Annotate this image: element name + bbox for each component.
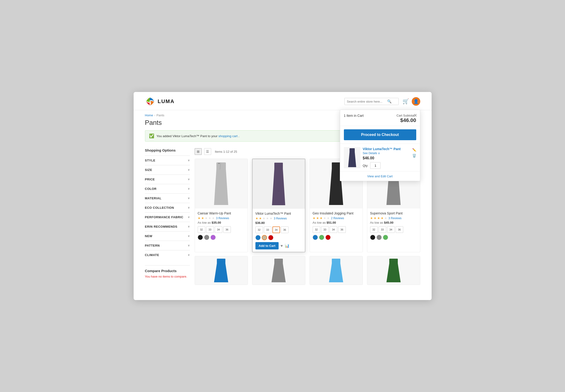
size-36-1[interactable]: 36 [223, 226, 231, 233]
cart-item-price: $46.00 [363, 156, 410, 160]
reviews-2[interactable]: 3 Reviews [274, 217, 287, 220]
filter-pattern[interactable]: PATTERN ∨ [145, 241, 190, 250]
product-card-7[interactable] [310, 256, 363, 285]
swatch-khaki-2[interactable] [262, 235, 267, 240]
filter-climate[interactable]: CLIMATE ∨ [145, 250, 190, 260]
swatch-blue-2[interactable] [255, 235, 261, 240]
swatch-red-3[interactable] [325, 235, 331, 240]
size-32-3[interactable]: 32 [313, 226, 320, 233]
search-button[interactable]: 🔍 [387, 99, 392, 104]
success-message: You added Viktor LumaTech™ Pant to your … [156, 134, 240, 138]
swatch-black-1[interactable] [198, 235, 203, 240]
size-36-4[interactable]: 36 [396, 226, 403, 233]
grid-view-button[interactable]: ⊞ [195, 148, 202, 155]
size-34-3[interactable]: 34 [330, 226, 337, 233]
color-swatches-3 [313, 235, 360, 240]
swatch-purple-1[interactable] [211, 235, 216, 240]
size-36-3[interactable]: 36 [338, 226, 346, 233]
header: LUMA 🔍 🛒 👤 [134, 92, 432, 110]
product-image-7 [310, 256, 363, 285]
success-icon: ✅ [149, 133, 154, 139]
size-33-3[interactable]: 33 [321, 226, 329, 233]
filter-material[interactable]: MATERIAL ∨ [145, 193, 190, 203]
reviews-4[interactable]: 3 Reviews [389, 217, 402, 220]
size-32-2[interactable]: 32 [255, 226, 263, 233]
filter-performance[interactable]: PERFORMANCE FABRIC ∨ [145, 212, 190, 222]
stars-4: ★ ★ ★ ★ ★ 3 Reviews [370, 216, 417, 220]
swatch-gray-1[interactable] [204, 235, 209, 240]
filter-eco[interactable]: ECO COLLECTION ∨ [145, 203, 190, 212]
product-card-1[interactable]: Caesar Warm-Up Pant ★ ★ ★ ★ ★ 3 Reviews … [195, 159, 248, 252]
svg-rect-1 [216, 162, 226, 169]
cart-button[interactable]: 🛒 [403, 98, 409, 104]
size-34-2[interactable]: 34 [272, 226, 280, 233]
filter-style[interactable]: STYLE ∨ [145, 155, 190, 165]
reviews-1[interactable]: 3 Reviews [216, 217, 229, 220]
product-image-2 [253, 159, 305, 209]
view-edit-cart-anchor[interactable]: View and Edit Cart [367, 174, 393, 178]
swatch-blue-3[interactable] [313, 235, 318, 240]
swatch-green-4[interactable] [383, 235, 388, 240]
size-32-4[interactable]: 32 [370, 226, 378, 233]
size-33-1[interactable]: 33 [206, 226, 214, 233]
breadcrumb-home[interactable]: Home [145, 113, 153, 117]
swatch-green-3[interactable] [319, 235, 324, 240]
breadcrumb-current: Pants [156, 113, 164, 117]
size-33-2[interactable]: 33 [264, 226, 271, 233]
cart-link[interactable]: shopping cart [218, 134, 238, 138]
cart-subtotal: $46.00 [396, 117, 416, 123]
delete-cart-item-button[interactable]: 🗑️ [412, 154, 416, 157]
size-33-4[interactable]: 33 [379, 226, 386, 233]
edit-cart-item-button[interactable]: ✏️ [412, 148, 416, 152]
chevron-down-icon: ∨ [188, 225, 190, 228]
search-input[interactable] [347, 100, 387, 103]
size-36-2[interactable]: 36 [281, 226, 289, 233]
filter-erin[interactable]: ERIN RECOMMENDS ∨ [145, 222, 190, 231]
swatch-gray-4[interactable] [377, 235, 382, 240]
wishlist-button-2[interactable]: ♥ [281, 244, 283, 248]
price-3: As low as $51.00 [313, 221, 360, 224]
svg-rect-3 [218, 163, 220, 164]
svg-rect-8 [274, 259, 283, 264]
list-view-button[interactable]: ☰ [204, 148, 211, 155]
chevron-down-icon: ∨ [188, 178, 190, 181]
close-cart-button[interactable]: ✕ [414, 113, 417, 118]
product-image-5 [195, 256, 248, 285]
cart-header: 1 Item in Cart Cart Subtotal : $46.00 ✕ [340, 110, 420, 126]
swatch-black-4[interactable] [370, 235, 375, 240]
view-edit-cart-link[interactable]: View and Edit Cart [340, 171, 420, 181]
size-34-4[interactable]: 34 [387, 226, 395, 233]
chevron-down-icon: ∨ [188, 206, 190, 209]
filter-size[interactable]: SIZE ∨ [145, 165, 190, 174]
filter-color[interactable]: COLOR ∨ [145, 184, 190, 193]
product-card-6[interactable] [252, 256, 305, 285]
product-card-5[interactable] [195, 256, 248, 285]
filter-price[interactable]: PRICE ∨ [145, 174, 190, 184]
cart-item-image [344, 147, 360, 168]
qty-input[interactable] [370, 162, 381, 169]
see-details-link[interactable]: See Details ∨ [363, 152, 410, 155]
reviews-3[interactable]: 2 Reviews [331, 217, 344, 220]
add-to-cart-button-2[interactable]: Add to Cart [255, 242, 279, 250]
search-bar[interactable]: 🔍 [344, 98, 399, 105]
checkout-button[interactable]: Proceed to Checkout [344, 129, 416, 140]
size-32-1[interactable]: 32 [198, 226, 205, 233]
product-name-4: Supernova Sport Pant [370, 211, 417, 215]
stars-1: ★ ★ ★ ★ ★ 3 Reviews [198, 216, 245, 220]
cart-dropdown: 1 Item in Cart Cart Subtotal : $46.00 ✕ … [340, 110, 420, 181]
cart-item-details: Viktor LumaTech™ Pant See Details ∨ $46.… [363, 147, 410, 169]
chevron-down-icon: ∨ [378, 152, 380, 155]
swatch-red-2[interactable] [268, 235, 273, 240]
cart-item-name[interactable]: Viktor LumaTech™ Pant [363, 147, 410, 151]
compare-button-2[interactable]: 📊 [285, 243, 289, 248]
product-grid-bottom [195, 256, 420, 285]
pants-silhouette-8 [384, 259, 403, 282]
product-card-2[interactable]: Viktor LumaTech™ Pant ★ ★ ★ ★ ★ 3 Review… [252, 159, 305, 252]
luma-logo-icon [145, 96, 155, 107]
user-avatar[interactable]: 👤 [412, 97, 420, 106]
filter-new[interactable]: NEW ∨ [145, 231, 190, 241]
product-card-8[interactable] [367, 256, 420, 285]
price-2: $36.80 [255, 221, 302, 224]
size-34-1[interactable]: 34 [215, 226, 222, 233]
product-name-1: Caesar Warm-Up Pant [198, 211, 245, 215]
